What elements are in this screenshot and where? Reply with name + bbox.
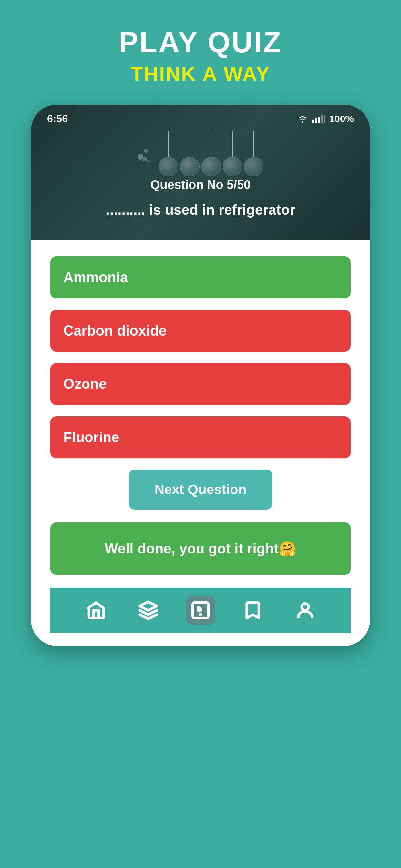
- nav-profile[interactable]: [290, 596, 320, 625]
- page-subtitle: THINK A WAY: [131, 62, 271, 85]
- newton-cradle: [31, 128, 370, 173]
- status-bar: 6:56 100%: [31, 104, 370, 128]
- svg-rect-2: [318, 117, 320, 123]
- svg-rect-1: [315, 118, 317, 123]
- bookmark-icon: [243, 600, 263, 621]
- next-question-button[interactable]: Next Question: [129, 469, 273, 509]
- phone-frame: 6:56 100%: [31, 104, 370, 646]
- ball-1: [159, 131, 178, 176]
- quiz-icon: [190, 600, 211, 621]
- nav-bookmark[interactable]: [238, 596, 267, 625]
- question-number: Question No 5/50: [31, 173, 370, 193]
- nav-quiz[interactable]: [186, 596, 215, 625]
- svg-rect-3: [321, 115, 323, 123]
- feedback-box: Well done, you got it right🤗: [50, 523, 351, 575]
- ball-4: [223, 131, 242, 176]
- signal-icon: [312, 115, 325, 123]
- home-icon: [86, 600, 106, 621]
- help-icon: [138, 600, 158, 621]
- answer-option-c[interactable]: Ozone: [50, 363, 351, 405]
- phone-header: 6:56 100%: [31, 104, 370, 240]
- svg-point-7: [302, 603, 308, 610]
- ball-3: [202, 131, 221, 176]
- page-title: PLAY QUIZ: [119, 26, 282, 59]
- question-text: .......... is used in refrigerator: [31, 193, 370, 233]
- answer-option-d[interactable]: Fluorine: [50, 416, 351, 458]
- answer-option-a[interactable]: Ammonia: [50, 256, 351, 299]
- ball-5: [244, 131, 264, 176]
- ball-2: [180, 131, 199, 176]
- svg-rect-4: [324, 115, 325, 123]
- nav-help[interactable]: [134, 596, 163, 625]
- svg-rect-0: [312, 120, 314, 123]
- battery-text: 100%: [329, 113, 354, 124]
- wifi-icon: [297, 115, 308, 123]
- svg-point-6: [200, 614, 201, 615]
- profile-icon: [295, 600, 315, 621]
- status-icons: 100%: [297, 113, 354, 124]
- feedback-text: Well done, you got it right🤗: [63, 540, 338, 557]
- nav-home[interactable]: [81, 596, 111, 625]
- answer-option-b[interactable]: Carbon dioxide: [50, 310, 351, 352]
- bottom-nav: [50, 588, 351, 633]
- status-time: 6:56: [47, 113, 68, 125]
- answers-area: Ammonia Carbon dioxide Ozone Fluorine Ne…: [31, 240, 370, 646]
